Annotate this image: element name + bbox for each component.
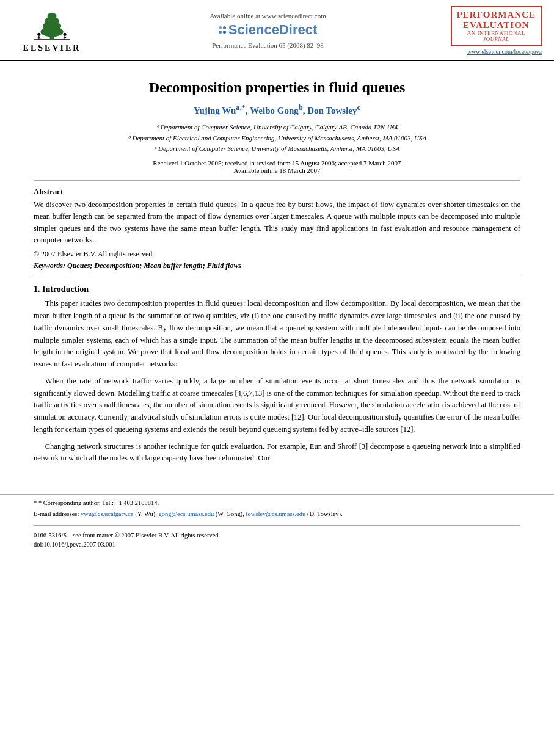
- abstract-text: We discover two decomposition properties…: [34, 199, 520, 247]
- pe-subtitle-journal: Journal: [457, 36, 536, 42]
- intro-paragraph-2: When the rate of network traffic varies …: [34, 376, 520, 436]
- intro-heading: 1. Introduction: [34, 285, 520, 294]
- elsevier-journal-url[interactable]: www.elsevier.com/locate/peva: [444, 48, 542, 55]
- svg-point-10: [64, 32, 67, 35]
- paper-title: Decomposition properties in fluid queues: [34, 79, 520, 96]
- available-online-text: Available online at www.sciencedirect.co…: [92, 12, 444, 20]
- email-wu-name: (Y. Wu),: [135, 511, 157, 517]
- email-wu-link[interactable]: ywu@cs.ucalgary.ca: [81, 511, 134, 517]
- dates-available-online: Available online 18 March 2007: [34, 167, 520, 174]
- footer-divider: [34, 525, 520, 526]
- keywords-values: Queues; Decomposition; Mean buffer lengt…: [67, 261, 241, 270]
- sciencedirect-area: Available online at www.sciencedirect.co…: [92, 12, 444, 49]
- main-content: Decomposition properties in fluid queues…: [0, 61, 554, 482]
- footnote-star-icon: *: [34, 500, 37, 506]
- pe-journal-box: PERFORMANCEEVALUATION An International J…: [451, 6, 542, 46]
- divider-after-abstract: [34, 277, 520, 277]
- intro-paragraph-3: Changing network structures is another t…: [34, 441, 520, 465]
- sciencedirect-logo: ScienceDirect: [92, 22, 444, 38]
- corresponding-text: * Corresponding author. Tel.: +1 403 210…: [38, 500, 159, 506]
- affiliation-b: ᵇ Department of Electrical and Computer …: [34, 133, 520, 144]
- pe-subtitle-an-international: An International: [457, 30, 536, 36]
- elsevier-wordmark: ELSEVIER: [23, 43, 81, 53]
- affiliations: ᵃ Department of Computer Science, Univer…: [34, 122, 520, 154]
- keywords-line: Keywords: Queues; Decomposition; Mean bu…: [34, 261, 520, 271]
- introduction-section: 1. Introduction This paper studies two d…: [34, 285, 520, 465]
- email-gong-name: (W. Gong),: [216, 511, 244, 517]
- author-wu: Yujing Wua,*,: [194, 106, 250, 115]
- pe-title: PERFORMANCEEVALUATION: [457, 10, 536, 30]
- sd-dots-icon: [219, 26, 226, 34]
- author-gong: Weibo Gongb,: [250, 106, 307, 115]
- authors-line: Yujing Wua,*, Weibo Gongb, Don Towsleyc: [34, 103, 520, 116]
- elsevier-tree-icon: [27, 9, 76, 42]
- intro-paragraph-1: This paper studies two decomposition pro…: [34, 298, 520, 371]
- email-gong-link[interactable]: gong@ecs.umass.edu: [158, 511, 214, 517]
- affiliation-a: ᵃ Department of Computer Science, Univer…: [34, 122, 520, 133]
- email-towsley-link[interactable]: towsley@cs.umass.edu: [246, 511, 306, 517]
- dates-received: Received 1 October 2005; received in rev…: [34, 159, 520, 167]
- affiliation-c: ᶜ Department of Computer Science, Univer…: [34, 144, 520, 154]
- footer-emails: E-mail addresses: ywu@cs.ucalgary.ca (Y.…: [34, 509, 520, 519]
- elsevier-logo: ELSEVIER: [12, 9, 92, 53]
- email-towsley-name: (D. Towsley).: [307, 511, 343, 517]
- sup-c: c: [357, 103, 361, 112]
- divider-after-dates: [34, 180, 520, 181]
- header: ELSEVIER Available online at www.science…: [0, 0, 554, 61]
- svg-point-5: [47, 12, 56, 20]
- journal-reference: Performance Evaluation 65 (2008) 82–98: [92, 42, 444, 49]
- copyright-notice: © 2007 Elsevier B.V. All rights reserved…: [34, 250, 520, 259]
- footer-corresponding: * * Corresponding author. Tel.: +1 403 2…: [34, 498, 520, 508]
- svg-point-6: [37, 32, 40, 35]
- sup-b: b: [299, 103, 303, 112]
- author-towsley: Don Towsleyc: [307, 106, 360, 115]
- elsevier-logo-area: ELSEVIER: [12, 9, 92, 53]
- sup-a: a,*: [236, 103, 246, 112]
- abstract-section: Abstract We discover two decomposition p…: [34, 187, 520, 260]
- sciencedirect-label: ScienceDirect: [228, 22, 318, 38]
- received-dates: Received 1 October 2005; received in rev…: [34, 159, 520, 174]
- footer-doi: doi:10.1016/j.peva.2007.03.001: [34, 541, 520, 548]
- footer: * * Corresponding author. Tel.: +1 403 2…: [0, 494, 554, 551]
- journal-logo-area: PERFORMANCEEVALUATION An International J…: [444, 6, 542, 55]
- keywords-label: Keywords:: [34, 261, 65, 270]
- email-label: E-mail addresses:: [34, 511, 79, 517]
- footer-issn: 0166-5316/$ – see front matter © 2007 El…: [34, 532, 520, 539]
- abstract-label: Abstract: [34, 187, 520, 197]
- page: ELSEVIER Available online at www.science…: [0, 0, 554, 756]
